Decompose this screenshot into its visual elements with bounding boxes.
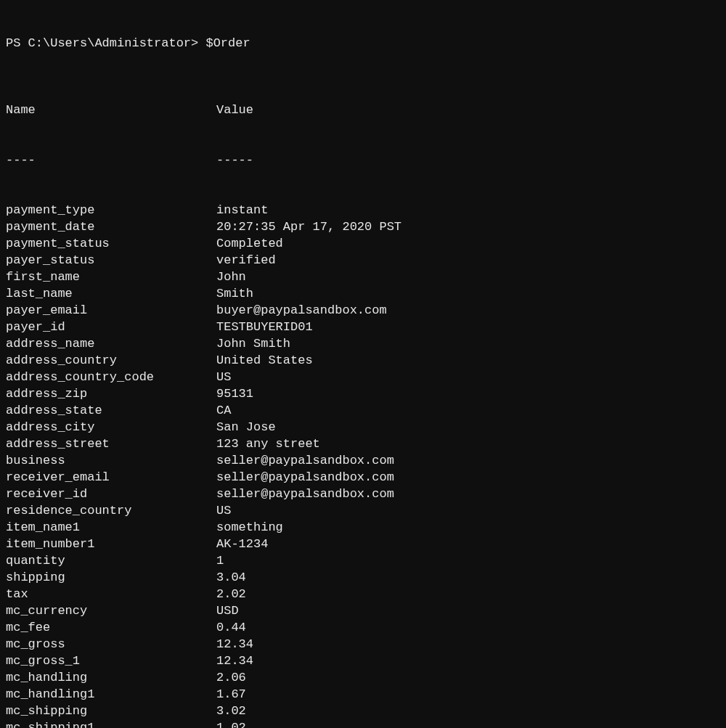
table-divider: ---- ----- — [6, 152, 720, 168]
row-name: payer_email — [6, 302, 216, 319]
row-value: 3.04 — [216, 569, 720, 586]
row-value: 3.02 — [216, 703, 720, 719]
row-value: 20:27:35 Apr 17, 2020 PST — [216, 218, 720, 235]
row-value: 95131 — [216, 385, 720, 402]
table-row: quantity1 — [6, 552, 720, 569]
table-row: residence_countryUS — [6, 502, 720, 519]
row-name: address_country — [6, 352, 216, 369]
table-row: payer_emailbuyer@paypalsandbox.com — [6, 302, 720, 319]
row-name: item_number1 — [6, 536, 216, 552]
table-row: businessseller@paypalsandbox.com — [6, 452, 720, 469]
row-name: mc_currency — [6, 602, 216, 619]
table-row: mc_gross12.34 — [6, 636, 720, 653]
row-value: US — [216, 502, 720, 519]
table-row: payment_date20:27:35 Apr 17, 2020 PST — [6, 218, 720, 235]
divider-value: ----- — [216, 152, 720, 168]
row-value: 1.02 — [216, 719, 720, 728]
table-row: payment_typeinstant — [6, 202, 720, 218]
row-name: receiver_email — [6, 469, 216, 486]
row-value: John — [216, 269, 720, 285]
row-value: 123 any street — [216, 435, 720, 452]
row-name: receiver_id — [6, 486, 216, 502]
row-value: CA — [216, 402, 720, 419]
table-row: shipping3.04 — [6, 569, 720, 586]
row-name: mc_gross_1 — [6, 653, 216, 669]
row-value: something — [216, 519, 720, 536]
row-name: address_zip — [6, 385, 216, 402]
table-row: receiver_idseller@paypalsandbox.com — [6, 486, 720, 502]
row-value: 12.34 — [216, 653, 720, 669]
table-row: mc_fee0.44 — [6, 619, 720, 636]
row-name: tax — [6, 586, 216, 602]
row-name: payment_date — [6, 218, 216, 235]
row-name: quantity — [6, 552, 216, 569]
row-value: 2.02 — [216, 586, 720, 602]
row-value: 0.44 — [216, 619, 720, 636]
table-row: payment_statusCompleted — [6, 235, 720, 252]
row-value: United States — [216, 352, 720, 369]
table-row: first_nameJohn — [6, 269, 720, 285]
row-name: mc_handling — [6, 669, 216, 686]
row-name: item_name1 — [6, 519, 216, 536]
table-row: mc_currencyUSD — [6, 602, 720, 619]
terminal-output[interactable]: PS C:\Users\Administrator> $Order Name V… — [0, 0, 726, 728]
row-name: last_name — [6, 285, 216, 302]
table-row: item_name1something — [6, 519, 720, 536]
row-name: mc_handling1 — [6, 686, 216, 703]
divider-name: ---- — [6, 152, 216, 168]
row-name: first_name — [6, 269, 216, 285]
row-name: shipping — [6, 569, 216, 586]
row-name: payer_id — [6, 319, 216, 335]
row-name: business — [6, 452, 216, 469]
row-name: payer_status — [6, 252, 216, 269]
row-value: John Smith — [216, 335, 720, 352]
row-value: San Jose — [216, 419, 720, 435]
table-row: mc_gross_112.34 — [6, 653, 720, 669]
row-name: mc_fee — [6, 619, 216, 636]
row-name: payment_type — [6, 202, 216, 218]
table-row: address_countryUnited States — [6, 352, 720, 369]
table-row: item_number1AK-1234 — [6, 536, 720, 552]
table-row: mc_shipping3.02 — [6, 703, 720, 719]
row-name: address_state — [6, 402, 216, 419]
table-header: Name Value — [6, 102, 720, 118]
row-name: residence_country — [6, 502, 216, 519]
table-row: address_zip95131 — [6, 385, 720, 402]
row-name: payment_status — [6, 235, 216, 252]
table-row: mc_shipping11.02 — [6, 719, 720, 728]
row-value: TESTBUYERID01 — [216, 319, 720, 335]
row-name: address_name — [6, 335, 216, 352]
row-name: address_country_code — [6, 369, 216, 385]
header-name: Name — [6, 102, 216, 118]
table-row: receiver_emailseller@paypalsandbox.com — [6, 469, 720, 486]
table-row: mc_handling2.06 — [6, 669, 720, 686]
table-row: payer_idTESTBUYERID01 — [6, 319, 720, 335]
row-value: verified — [216, 252, 720, 269]
row-value: seller@paypalsandbox.com — [216, 452, 720, 469]
row-name: mc_shipping — [6, 703, 216, 719]
row-name: mc_shipping1 — [6, 719, 216, 728]
row-value: seller@paypalsandbox.com — [216, 486, 720, 502]
table-row: last_nameSmith — [6, 285, 720, 302]
table-row: address_stateCA — [6, 402, 720, 419]
table-row: mc_handling11.67 — [6, 686, 720, 703]
row-name: address_city — [6, 419, 216, 435]
table-row: address_nameJohn Smith — [6, 335, 720, 352]
prompt-line: PS C:\Users\Administrator> $Order — [6, 35, 720, 52]
row-value: USD — [216, 602, 720, 619]
table-row: address_country_codeUS — [6, 369, 720, 385]
row-value: 1 — [216, 552, 720, 569]
table-row: payer_statusverified — [6, 252, 720, 269]
row-value: AK-1234 — [216, 536, 720, 552]
row-value: 1.67 — [216, 686, 720, 703]
row-value: 12.34 — [216, 636, 720, 653]
row-value: Completed — [216, 235, 720, 252]
row-value: seller@paypalsandbox.com — [216, 469, 720, 486]
table-row: address_citySan Jose — [6, 419, 720, 435]
table-row: address_street123 any street — [6, 435, 720, 452]
header-value: Value — [216, 102, 720, 118]
table-row: tax2.02 — [6, 586, 720, 602]
row-name: mc_gross — [6, 636, 216, 653]
row-value: instant — [216, 202, 720, 218]
row-value: buyer@paypalsandbox.com — [216, 302, 720, 319]
